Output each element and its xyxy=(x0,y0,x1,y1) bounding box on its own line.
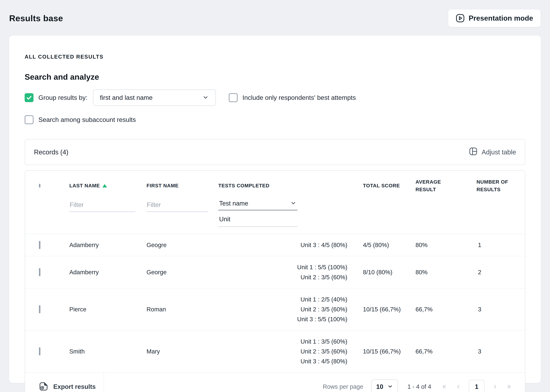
group-by-dropdown[interactable]: first and last name xyxy=(93,90,216,106)
table-row: Adamberry George Unit 1 : 5/5 (100%)Unit… xyxy=(25,256,525,288)
cell-last-name: Smith xyxy=(69,348,146,355)
best-attempts-checkbox[interactable] xyxy=(229,93,238,102)
table-row: Adamberry Geogre Unit 3 : 4/5 (80%) 4/5 … xyxy=(25,234,525,256)
cell-last-name: Adamberry xyxy=(69,269,146,276)
tests-filter-group: Test name xyxy=(218,200,297,227)
subaccount-checkbox[interactable] xyxy=(25,115,34,124)
group-results-label: Group results by: xyxy=(38,94,88,101)
cell-tests-completed: Unit 1 : 2/5 (40%)Unit 2 : 3/5 (60%)Unit… xyxy=(218,294,363,324)
subaccount-checkbox-group[interactable]: Search among subaccount results xyxy=(25,115,136,124)
rows-per-page-label: Rows per page xyxy=(323,383,363,390)
controls-row-2: Search among subaccount results xyxy=(25,115,525,124)
page-title: Results base xyxy=(9,13,63,23)
sort-asc-icon xyxy=(102,184,107,188)
column-header-number-of-results[interactable]: Number of results xyxy=(477,178,511,193)
cell-average-result: 80% xyxy=(416,269,477,276)
cell-first-name: Mary xyxy=(146,348,218,355)
rows-per-page-select[interactable]: 10 xyxy=(371,379,398,392)
presentation-play-icon xyxy=(456,14,465,23)
records-bar: Records (4) Adjust table xyxy=(25,139,525,165)
cell-last-name: Pierce xyxy=(69,306,146,313)
test-name-dropdown[interactable]: Test name xyxy=(218,200,297,210)
chevron-down-icon xyxy=(202,94,209,101)
group-results-checkbox[interactable] xyxy=(25,93,34,102)
cell-total-score: 10/15 (66,7%) xyxy=(363,304,416,314)
eyebrow-label: ALL COLLECTED RESULTS xyxy=(25,54,525,60)
rows-per-page-value: 10 xyxy=(376,383,383,390)
group-results-checkbox-group[interactable]: Group results by: xyxy=(25,93,88,102)
last-name-header-label: Last name xyxy=(69,182,100,189)
presentation-mode-button[interactable]: Presentation mode xyxy=(448,9,541,27)
unit-filter-input[interactable] xyxy=(218,210,297,227)
column-header-average-result[interactable]: Average result xyxy=(416,178,477,193)
first-name-filter-input[interactable] xyxy=(146,200,208,212)
top-bar: Results base Presentation mode xyxy=(0,0,550,27)
cell-last-name: Adamberry xyxy=(69,242,146,248)
cell-average-result: 80% xyxy=(416,242,477,248)
test-name-dropdown-value: Test name xyxy=(219,200,248,207)
cell-number-of-results: 3 xyxy=(477,348,511,355)
table-body: Adamberry Geogre Unit 3 : 4/5 (80%) 4/5 … xyxy=(25,234,525,372)
checkmark-icon xyxy=(26,95,32,101)
current-page-button[interactable]: 1 xyxy=(469,380,485,392)
cell-total-score: 10/15 (66,7%) xyxy=(363,347,416,356)
controls-row: Group results by: first and last name In… xyxy=(25,90,525,106)
pagination-range-label: 1 - 4 of 4 xyxy=(407,383,431,390)
pager: 1 xyxy=(441,380,512,392)
chevron-down-icon xyxy=(290,200,297,207)
table-row: Pierce Roman Unit 1 : 2/5 (40%)Unit 2 : … xyxy=(25,288,525,330)
records-count-label: Records (4) xyxy=(34,148,68,156)
previous-page-icon[interactable] xyxy=(455,384,461,390)
adjust-table-label: Adjust table xyxy=(482,148,516,156)
results-card: ALL COLLECTED RESULTS Search and analyze… xyxy=(9,35,541,383)
table-layout-icon xyxy=(469,147,477,157)
column-header-tests-completed[interactable]: Tests completed xyxy=(218,182,363,189)
cell-number-of-results: 2 xyxy=(477,269,511,276)
table-filter-row: Test name xyxy=(25,200,525,234)
cell-total-score: 8/10 (80%) xyxy=(363,267,416,277)
best-attempts-checkbox-group[interactable]: Include only respondents' best attempts xyxy=(229,93,356,102)
row-checkbox[interactable] xyxy=(39,347,40,356)
best-attempts-label: Include only respondents' best attempts xyxy=(243,94,356,101)
select-all-checkbox[interactable] xyxy=(39,184,40,188)
results-table: Last name First name Tests completed Tot… xyxy=(25,170,525,392)
cell-number-of-results: 1 xyxy=(477,242,511,248)
export-file-icon xyxy=(39,382,48,392)
cell-tests-completed: Unit 3 : 4/5 (80%) xyxy=(218,240,363,250)
cell-first-name: Roman xyxy=(146,306,218,313)
cell-tests-completed: Unit 1 : 5/5 (100%)Unit 2 : 3/5 (60%) xyxy=(218,262,363,282)
results-base-screen: Results base Presentation mode ALL COLLE… xyxy=(0,0,550,392)
cell-total-score: 4/5 (80%) xyxy=(363,240,416,250)
cell-average-result: 66,7% xyxy=(416,348,477,355)
column-header-first-name[interactable]: First name xyxy=(146,182,218,189)
next-page-icon[interactable] xyxy=(492,384,498,390)
export-results-label: Export results xyxy=(53,383,96,390)
first-page-icon[interactable] xyxy=(441,384,448,390)
chevron-down-icon xyxy=(387,384,393,390)
cell-number-of-results: 3 xyxy=(477,306,511,313)
row-checkbox[interactable] xyxy=(39,305,40,313)
cell-first-name: George xyxy=(146,269,218,276)
last-name-filter-input[interactable] xyxy=(69,200,135,212)
row-checkbox[interactable] xyxy=(39,268,40,276)
group-by-dropdown-value: first and last name xyxy=(100,94,153,101)
last-page-icon[interactable] xyxy=(506,384,512,390)
subaccount-label: Search among subaccount results xyxy=(38,116,136,123)
presentation-mode-label: Presentation mode xyxy=(469,14,533,22)
cell-average-result: 66,7% xyxy=(416,306,477,313)
cell-first-name: Geogre xyxy=(146,242,218,248)
section-title: Search and analyze xyxy=(25,72,525,82)
column-header-total-score[interactable]: Total score xyxy=(363,182,416,189)
adjust-table-button[interactable]: Adjust table xyxy=(469,147,516,157)
row-checkbox[interactable] xyxy=(39,241,40,249)
table-footer: Export results Rows per page 10 1 - 4 of… xyxy=(25,372,525,392)
table-header-row: Last name First name Tests completed Tot… xyxy=(25,171,525,200)
cell-tests-completed: Unit 1 : 3/5 (60%)Unit 2 : 3/5 (60%)Unit… xyxy=(218,336,363,366)
column-header-last-name[interactable]: Last name xyxy=(69,182,146,189)
export-results-button[interactable]: Export results xyxy=(25,373,104,392)
pagination-area: Rows per page 10 1 - 4 of 4 xyxy=(323,373,525,392)
table-row: Smith Mary Unit 1 : 3/5 (60%)Unit 2 : 3/… xyxy=(25,330,525,372)
